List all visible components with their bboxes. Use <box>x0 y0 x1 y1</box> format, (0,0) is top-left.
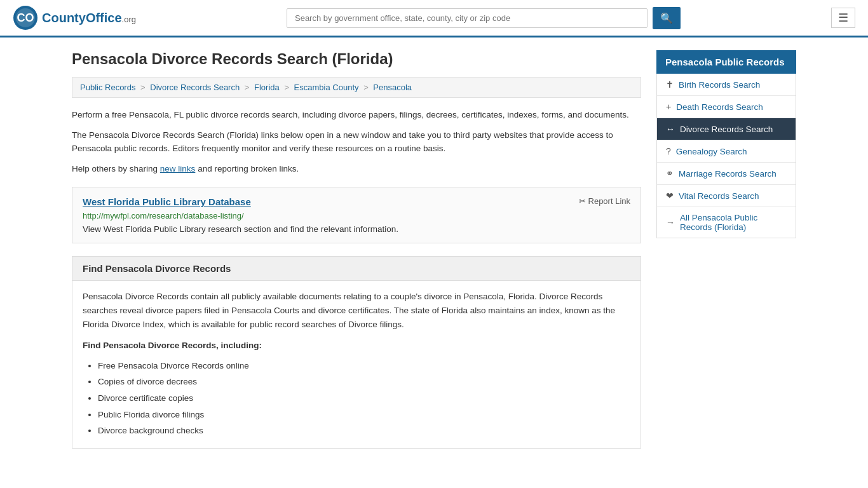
intro-text-3: Help others by sharing new links and rep… <box>72 162 641 176</box>
find-section-list: Free Pensacola Divorce Records online Co… <box>83 358 630 439</box>
sidebar-item-link[interactable]: Death Records Search <box>676 102 763 112</box>
sidebar-list: ✝Birth Records Search+Death Records Sear… <box>656 74 796 238</box>
intro-text-1: Perform a free Pensacola, FL public divo… <box>72 108 641 122</box>
find-section-header: Find Pensacola Divorce Records <box>72 257 641 281</box>
search-area: 🔍 <box>287 7 681 29</box>
search-input[interactable] <box>287 8 648 28</box>
report-link-button[interactable]: ✂ Report Link <box>579 196 630 206</box>
logo-office: Office <box>86 11 122 25</box>
sidebar-item[interactable]: ⚭Marriage Records Search <box>657 163 796 185</box>
logo[interactable]: CO CountyOffice.org <box>13 5 136 30</box>
sidebar-item[interactable]: →All Pensacola Public Records (Florida) <box>657 207 796 238</box>
sidebar-item-link[interactable]: Vital Records Search <box>679 191 759 201</box>
link-card-title[interactable]: West Florida Public Library Database <box>83 196 251 207</box>
breadcrumb-sep3: > <box>284 83 291 92</box>
site-header: CO CountyOffice.org 🔍 ☰ <box>0 0 868 37</box>
link-card-desc: View West Florida Public Library researc… <box>83 224 630 234</box>
sidebar-item-icon: ? <box>666 146 671 156</box>
page-title: Pensacola Divorce Records Search (Florid… <box>72 50 641 68</box>
breadcrumb-pensacola[interactable]: Pensacola <box>373 83 412 92</box>
sidebar-item[interactable]: ✝Birth Records Search <box>657 74 796 96</box>
sidebar-item-icon: ⚭ <box>666 168 674 179</box>
find-section-body-text: Pensacola Divorce Records contain all pu… <box>83 290 630 331</box>
logo-text: CountyOffice.org <box>42 11 136 25</box>
search-button[interactable]: 🔍 <box>653 7 681 29</box>
breadcrumb-sep1: > <box>140 83 147 92</box>
find-section: Find Pensacola Divorce Records Pensacola… <box>72 256 641 449</box>
list-item: Public Florida divorce filings <box>98 407 630 423</box>
content-area: Pensacola Divorce Records Search (Florid… <box>72 50 641 449</box>
breadcrumb-public-records[interactable]: Public Records <box>80 83 135 92</box>
sidebar-item-link[interactable]: Birth Records Search <box>679 80 760 90</box>
sidebar-item[interactable]: ↔Divorce Records Search <box>657 118 796 140</box>
sidebar-item-icon: → <box>666 217 675 227</box>
scissors-icon: ✂ <box>579 196 586 206</box>
breadcrumb: Public Records > Divorce Records Search … <box>72 77 641 98</box>
list-item: Copies of divorce decrees <box>98 374 630 390</box>
find-section-body: Pensacola Divorce Records contain all pu… <box>72 281 641 448</box>
logo-suffix: .org <box>122 15 136 24</box>
report-link-label: Report Link <box>588 196 630 206</box>
sidebar-item-icon: ✝ <box>666 79 674 90</box>
sidebar-title: Pensacola Public Records <box>656 50 796 74</box>
sidebar-item-link[interactable]: Genealogy Search <box>676 147 747 156</box>
sidebar: Pensacola Public Records ✝Birth Records … <box>656 50 796 449</box>
sidebar-item-icon: + <box>666 102 671 112</box>
link-card-header: West Florida Public Library Database ✂ R… <box>83 196 630 207</box>
intro-text-2: The Pensacola Divorce Records Search (Fl… <box>72 128 641 156</box>
list-item: Divorce certificate copies <box>98 390 630 407</box>
logo-icon: CO <box>13 5 38 30</box>
sidebar-item-icon: ❤ <box>666 191 674 201</box>
link-card: West Florida Public Library Database ✂ R… <box>72 187 641 243</box>
sidebar-item[interactable]: ❤Vital Records Search <box>657 185 796 207</box>
list-item: Free Pensacola Divorce Records online <box>98 358 630 374</box>
link-card-url[interactable]: http://mywfpl.com/research/database-list… <box>83 211 630 220</box>
sidebar-item-icon: ↔ <box>666 124 675 134</box>
sidebar-item-link[interactable]: Marriage Records Search <box>679 169 776 179</box>
sidebar-item[interactable]: +Death Records Search <box>657 96 796 118</box>
intro-help-text: Help others by sharing <box>72 164 158 173</box>
sidebar-item-label: Divorce Records Search <box>680 125 773 134</box>
list-item: Divorce background checks <box>98 423 630 439</box>
find-section-subheading: Find Pensacola Divorce Records, includin… <box>83 339 630 353</box>
sidebar-item[interactable]: ?Genealogy Search <box>657 140 796 163</box>
sidebar-item-link[interactable]: All Pensacola Public Records (Florida) <box>680 213 787 232</box>
breadcrumb-divorce-records-search[interactable]: Divorce Records Search <box>150 83 240 92</box>
breadcrumb-sep2: > <box>245 83 252 92</box>
logo-county: County <box>42 11 86 25</box>
new-links-link[interactable]: new links <box>160 164 196 173</box>
svg-text:CO: CO <box>17 11 34 24</box>
breadcrumb-escambia-county[interactable]: Escambia County <box>294 83 359 92</box>
intro-suffix-text: and reporting broken links. <box>198 164 299 173</box>
main-container: Pensacola Divorce Records Search (Florid… <box>59 37 809 461</box>
breadcrumb-florida[interactable]: Florida <box>254 83 280 92</box>
menu-button[interactable]: ☰ <box>831 8 855 28</box>
breadcrumb-sep4: > <box>363 83 370 92</box>
